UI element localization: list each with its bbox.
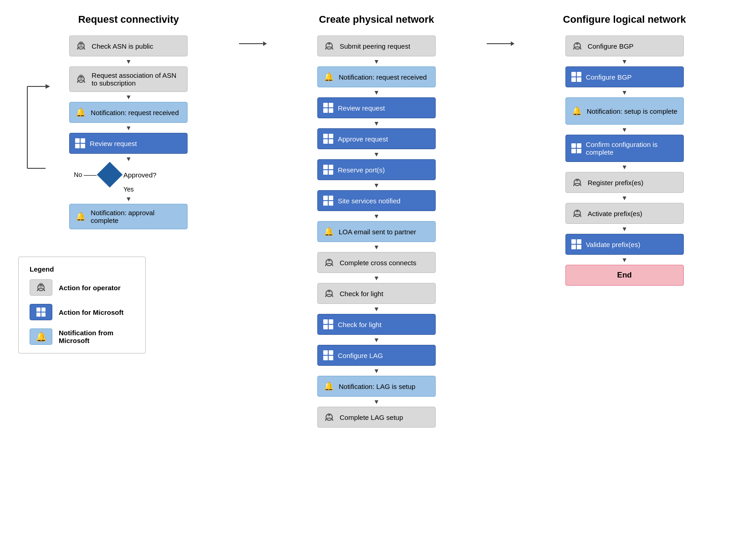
- person-icon-9: [571, 207, 583, 219]
- box-notif-approval: 🔔 Notification: approval complete: [69, 204, 188, 229]
- decision-approved: No —— Approved?: [69, 166, 188, 184]
- flow-item-submit-peering: Submit peering request: [317, 35, 436, 66]
- configure-bgp-gray-label: Configure BGP: [588, 42, 634, 50]
- h-arrow-line-2: [487, 43, 514, 44]
- arrow-c2-12: [373, 397, 380, 407]
- windows-icon-9: [571, 143, 581, 153]
- arrow1: [125, 56, 132, 66]
- box-review-1: Review request: [69, 133, 188, 154]
- approve-label: Approve request: [338, 135, 388, 143]
- flow-item-configure-bgp-gray: Configure BGP: [565, 35, 684, 66]
- col1-title: Request connectivity: [78, 14, 179, 25]
- flow-item-activate-prefix: Activate prefix(es): [565, 203, 684, 234]
- box-configure-bgp-gray: Configure BGP: [565, 35, 684, 56]
- check-asn-label: Check ASN is public: [92, 42, 153, 50]
- flow-item-request-assoc: Request association of ASN to subscripti…: [69, 66, 188, 102]
- legend-item-operator: Action for operator: [30, 279, 134, 296]
- box-request-assoc: Request association of ASN to subscripti…: [69, 66, 188, 92]
- box-notif-received-1: 🔔 Notification: request received: [69, 102, 188, 123]
- arrow-c2-10: [373, 335, 380, 345]
- notif-setup-label: Notification: setup is complete: [587, 107, 677, 115]
- bell-icon-3: 🔔: [323, 71, 334, 82]
- box-site-services: Site services notified: [317, 190, 436, 211]
- box-check-asn: Check ASN is public: [69, 35, 188, 56]
- flow-item-notif-received-2: 🔔 Notification: request received: [317, 66, 436, 97]
- notif-lag-label: Notification: LAG is setup: [339, 383, 415, 390]
- box-review-2: Review request: [317, 97, 436, 118]
- person-icon-4: [323, 257, 335, 268]
- bell-icon-4: 🔔: [323, 226, 334, 237]
- flow-item-complete-lag: Complete LAG setup: [317, 407, 436, 428]
- windows-icon-8: [571, 72, 581, 82]
- person-icon-7: [571, 40, 583, 52]
- flow-item-check-light-2: Check for light: [317, 314, 436, 345]
- box-activate-prefix: Activate prefix(es): [565, 203, 684, 224]
- legend-item-notification: 🔔 Notification from Microsoft: [30, 328, 134, 345]
- site-services-label: Site services notified: [338, 197, 401, 205]
- box-check-light-2: Check for light: [317, 314, 436, 335]
- column-logical-network: Configure logical network Configure BGP: [514, 14, 735, 286]
- windows-icon-5: [323, 196, 333, 206]
- box-confirm-config: Confirm configuration is complete: [565, 135, 684, 162]
- cross-connects-label: Complete cross connects: [340, 259, 416, 267]
- flow-item-notif-received-1: 🔔 Notification: request received: [69, 102, 188, 133]
- arrow-c2-6: [373, 211, 380, 221]
- col2-col3-connector: [487, 14, 514, 44]
- legend-windows-icon: [36, 308, 46, 317]
- arrow-c3-4: [621, 162, 628, 172]
- reserve-ports-label: Reserve port(s): [338, 166, 385, 174]
- box-notif-setup: 🔔 Notification: setup is complete: [565, 97, 684, 125]
- windows-icon-10: [571, 239, 581, 249]
- flow-item-notif-approval: 🔔 Notification: approval complete: [69, 204, 188, 229]
- flow-item-configure-bgp-blue: Configure BGP: [565, 66, 684, 97]
- arrow-c2-7: [373, 242, 380, 252]
- arrow2: [125, 92, 132, 102]
- windows-icon-4: [323, 165, 333, 175]
- arrow-c3-7: [621, 255, 628, 265]
- arrow-c2-3: [373, 118, 380, 128]
- arrow-c3-5: [621, 193, 628, 203]
- flow-item-configure-lag: Configure LAG: [317, 345, 436, 376]
- box-approve: Approve request: [317, 128, 436, 149]
- flow-item-notif-lag: 🔔 Notification: LAG is setup: [317, 376, 436, 407]
- loa-email-label: LOA email sent to partner: [339, 228, 416, 236]
- activate-prefix-label: Activate prefix(es): [588, 210, 642, 217]
- col3-title: Configure logical network: [563, 14, 686, 25]
- diamond-shape: [97, 162, 123, 188]
- register-prefix-label: Register prefix(es): [588, 179, 644, 187]
- box-configure-bgp-blue: Configure BGP: [565, 66, 684, 87]
- arrow-c3-1: [621, 56, 628, 66]
- box-validate-prefix: Validate prefix(es): [565, 234, 684, 255]
- windows-icon-2: [323, 103, 333, 113]
- person-icon: [75, 40, 87, 52]
- arrow4: [125, 154, 132, 164]
- flow-item-review-2: Review request: [317, 97, 436, 128]
- person-icon-8: [571, 177, 583, 188]
- box-notif-lag: 🔔 Notification: LAG is setup: [317, 376, 436, 397]
- check-light-2-label: Check for light: [338, 321, 382, 328]
- column-request-connectivity: Request connectivity: [18, 14, 239, 353]
- approved-label: Approved?: [123, 171, 157, 179]
- diagram-container: Request connectivity: [18, 14, 735, 428]
- arrow-c3-6: [621, 224, 628, 234]
- legend-box-blue: [30, 304, 52, 320]
- complete-lag-label: Complete LAG setup: [340, 414, 403, 421]
- legend-box-lightblue: 🔔: [30, 328, 52, 345]
- flow-item-notif-setup: 🔔 Notification: setup is complete: [565, 97, 684, 135]
- legend-operator-label: Action for operator: [59, 284, 121, 292]
- request-assoc-label: Request association of ASN to subscripti…: [92, 71, 182, 87]
- submit-peering-label: Submit peering request: [340, 42, 410, 50]
- arrow5: [125, 194, 132, 204]
- bell-icon-1: 🔔: [75, 107, 86, 118]
- arrow-c2-11: [373, 366, 380, 376]
- flow-item-loa-email: 🔔 LOA email sent to partner: [317, 221, 436, 252]
- flow-item-reserve-ports: Reserve port(s): [317, 159, 436, 190]
- box-loa-email: 🔔 LOA email sent to partner: [317, 221, 436, 242]
- flow-item-end: End: [565, 265, 684, 286]
- flow-item-confirm-config: Confirm configuration is complete: [565, 135, 684, 172]
- columns-wrapper: Request connectivity: [18, 14, 735, 428]
- column-physical-network: Create physical network Submit peering r…: [266, 14, 487, 428]
- bell-icon-6: 🔔: [571, 106, 582, 116]
- box-check-light-1: Check for light: [317, 283, 436, 304]
- flow-item-approve: Approve request: [317, 128, 436, 159]
